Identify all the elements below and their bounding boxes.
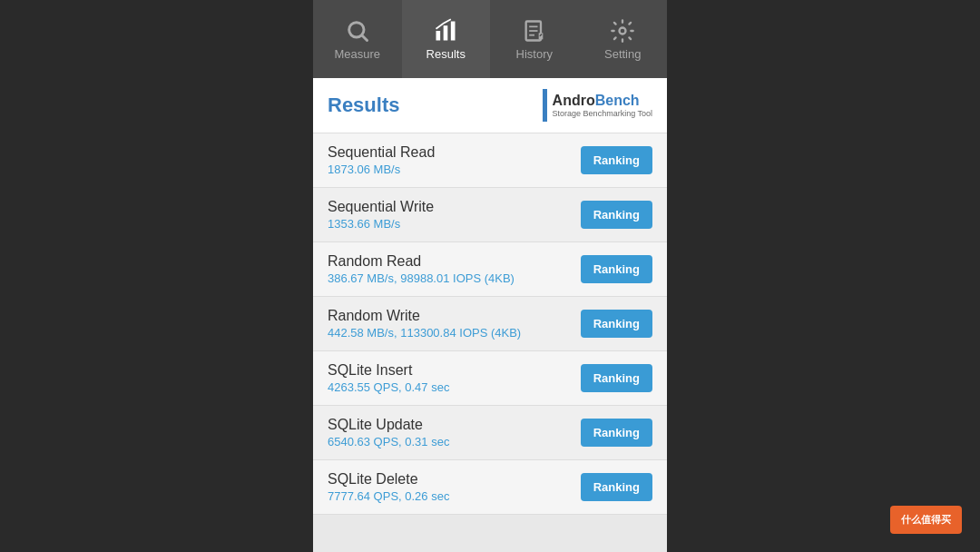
result-name: Sequential Write [328,199,434,215]
result-value: 386.67 MB/s, 98988.01 IOPS (4KB) [328,271,514,285]
tab-bar: Measure Results History [313,0,667,78]
result-name: SQLite Insert [328,362,449,379]
brand-bar [543,89,547,122]
svg-line-1 [362,35,367,40]
result-row: SQLite Update 6540.63 QPS, 0.31 sec Rank… [313,406,667,460]
tab-measure[interactable]: Measure [313,0,402,78]
ranking-button[interactable]: Ranking [581,310,652,338]
svg-rect-4 [451,21,456,40]
result-name: SQLite Delete [328,471,449,488]
brand-name-part1: Andro [553,93,595,108]
tab-history-label: History [516,47,553,61]
result-info: Random Write 442.58 MB/s, 113300.84 IOPS… [328,308,521,340]
result-row: Random Read 386.67 MB/s, 98988.01 IOPS (… [313,242,667,297]
ranking-button[interactable]: Ranking [581,255,652,283]
result-value: 442.58 MB/s, 113300.84 IOPS (4KB) [328,326,521,340]
content-area: Results AndroBench Storage Benchmarking … [313,78,667,552]
brand-text: AndroBench Storage Benchmarking Tool [553,92,652,119]
result-name: Sequential Read [328,144,435,161]
result-info: SQLite Update 6540.63 QPS, 0.31 sec [328,417,449,448]
result-row: Sequential Read 1873.06 MB/s Ranking [313,133,667,188]
results-header: Results AndroBench Storage Benchmarking … [313,78,667,133]
result-name: SQLite Update [328,417,449,433]
result-info: Random Read 386.67 MB/s, 98988.01 IOPS (… [328,253,514,285]
result-info: Sequential Read 1873.06 MB/s [328,144,435,176]
watermark: 什么值得买 [890,506,962,534]
result-value: 1353.66 MB/s [328,217,434,231]
svg-rect-2 [436,31,441,41]
result-info: Sequential Write 1353.66 MB/s [328,199,434,231]
results-list: Sequential Read 1873.06 MB/s Ranking Seq… [313,133,667,515]
ranking-button[interactable]: Ranking [581,419,652,447]
tab-results-label: Results [426,47,466,61]
ranking-button[interactable]: Ranking [581,146,652,174]
result-row: Random Write 442.58 MB/s, 113300.84 IOPS… [313,297,667,351]
result-value: 1873.06 MB/s [328,163,435,176]
tab-measure-label: Measure [334,47,380,61]
result-name: Random Write [328,308,521,324]
svg-rect-3 [444,25,448,40]
ranking-button[interactable]: Ranking [581,364,652,392]
result-row: SQLite Insert 4263.55 QPS, 0.47 sec Rank… [313,351,667,406]
result-info: SQLite Delete 7777.64 QPS, 0.26 sec [328,471,449,503]
result-row: SQLite Delete 7777.64 QPS, 0.26 sec Rank… [313,460,667,515]
results-title: Results [328,94,399,117]
result-value: 4263.55 QPS, 0.47 sec [328,380,449,394]
tab-setting[interactable]: Setting [579,0,668,78]
brand-name-part2: Bench [595,93,640,108]
result-name: Random Read [328,253,514,270]
svg-point-11 [620,27,626,34]
result-value: 7777.64 QPS, 0.26 sec [328,489,449,503]
result-info: SQLite Insert 4263.55 QPS, 0.47 sec [328,362,449,394]
brand-logo: AndroBench Storage Benchmarking Tool [543,89,652,122]
result-row: Sequential Write 1353.66 MB/s Ranking [313,188,667,242]
ranking-button[interactable]: Ranking [581,473,652,501]
svg-marker-9 [538,33,543,39]
tab-history[interactable]: History [490,0,579,78]
tab-results[interactable]: Results [402,0,491,78]
tab-setting-label: Setting [604,47,641,61]
ranking-button[interactable]: Ranking [581,201,652,229]
result-value: 6540.63 QPS, 0.31 sec [328,435,449,448]
brand-name: AndroBench [553,92,652,109]
brand-subtitle: Storage Benchmarking Tool [553,109,652,119]
app-container: Measure Results History [313,0,667,552]
